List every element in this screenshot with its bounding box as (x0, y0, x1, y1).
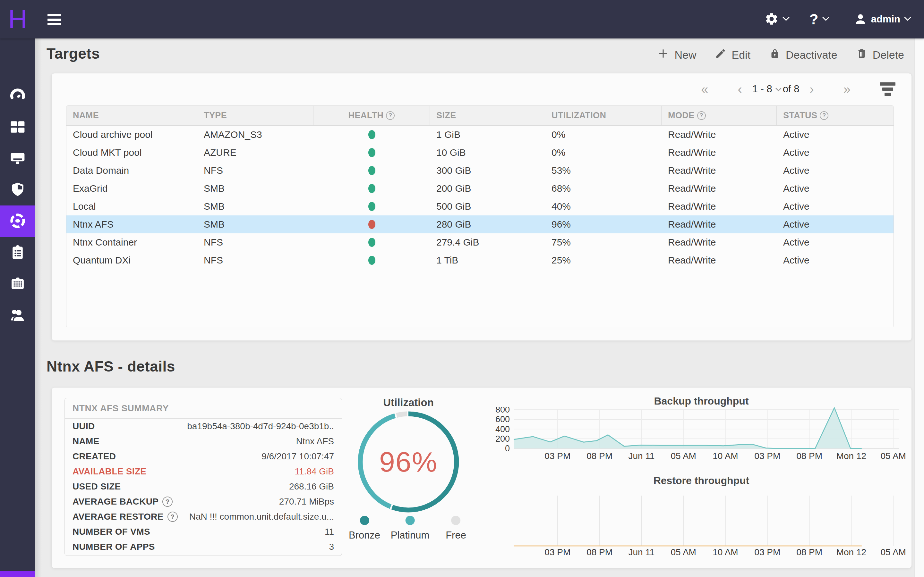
table-cell: AZURE (197, 143, 313, 161)
legend-item-bronze[interactable]: Bronze (349, 516, 380, 541)
help-menu-button[interactable]: ? (809, 0, 829, 39)
column-header-name[interactable]: NAME (66, 106, 197, 125)
table-cell: Active (777, 161, 893, 179)
chevron-down-icon (904, 17, 911, 22)
legend-dot (360, 516, 369, 525)
table-cell: SMB (197, 197, 313, 215)
column-header-health[interactable]: HEALTH? (313, 106, 430, 125)
column-header-utilization[interactable]: UTILIZATION (545, 106, 662, 125)
summary-value: 11 (325, 527, 334, 537)
legend-item-platinum[interactable]: Platinum (391, 516, 430, 541)
table-cell: Active (777, 179, 893, 197)
summary-row: AVERAGE BACKUP?270.71 MiBps (65, 494, 342, 509)
table-cell: 1 TiB (430, 251, 545, 269)
next-page-button[interactable]: › (808, 83, 816, 95)
health-cell (313, 126, 430, 143)
sidebar-item-targets[interactable] (0, 205, 35, 237)
help-icon[interactable]: ? (697, 111, 706, 120)
svg-text:05 AM: 05 AM (671, 547, 696, 557)
svg-text:Mon 12: Mon 12 (837, 451, 866, 461)
summary-row: AVERAGE RESTORE?NaN !!! common.unit.defa… (65, 509, 342, 524)
trash-icon (856, 48, 867, 62)
sidebar (0, 39, 35, 577)
table-cell: 96% (545, 215, 662, 234)
table-cell: AMAZON_S3 (197, 126, 313, 143)
svg-text:10 AM: 10 AM (712, 451, 738, 461)
legend-dot (451, 516, 461, 525)
health-cell (313, 179, 430, 197)
legend-item-free[interactable]: Free (446, 516, 466, 541)
user-name: admin (871, 13, 900, 25)
table-row[interactable]: Data DomainNFS300 GiB53%Read/WriteActive (66, 161, 893, 179)
summary-value: 9/6/2017 10:07:47 (262, 451, 334, 462)
table-cell: Read/Write (662, 234, 777, 251)
table-row[interactable]: Cloud archive poolAMAZON_S31 GiB0%Read/W… (66, 126, 893, 143)
health-dot (368, 130, 375, 139)
table-cell: 75% (545, 234, 662, 251)
sidebar-item-dashboard[interactable] (0, 80, 35, 111)
help-icon[interactable]: ? (168, 512, 178, 522)
svg-text:400: 400 (495, 424, 510, 434)
table-row[interactable]: LocalSMB500 GiB40%Read/WriteActive (66, 197, 893, 215)
filter-button[interactable] (878, 81, 897, 98)
summary-label: CREATED (73, 451, 116, 462)
pencil-icon (715, 48, 726, 62)
column-header-status[interactable]: STATUS? (777, 106, 893, 125)
table-cell: Active (777, 126, 893, 143)
table-row[interactable]: ExaGridSMB200 GiB68%Read/WriteActive (66, 179, 893, 197)
hamburger-menu-button[interactable] (47, 14, 61, 25)
table-row[interactable]: Ntnx ContainerNFS279.4 GiB75%Read/WriteA… (66, 234, 893, 251)
health-dot (368, 148, 375, 157)
targets-card: « ‹ 1 - 8 of 8 › » NAME TYPE HEALTH? SIZ… (51, 73, 912, 341)
last-page-button[interactable]: » (842, 83, 853, 95)
help-icon[interactable]: ? (820, 111, 829, 120)
delete-button[interactable]: Delete (856, 47, 904, 62)
deactivate-button[interactable]: Deactivate (769, 47, 837, 62)
health-dot (368, 256, 375, 265)
summary-row: NUMBER OF VMS11 (65, 524, 342, 539)
svg-text:03 PM: 03 PM (544, 547, 570, 557)
svg-text:03 PM: 03 PM (754, 451, 780, 461)
filter-icon (880, 82, 895, 85)
summary-row: UUIDba19b54a-380b-4d7d-924b-0e3b1b.. (65, 419, 342, 434)
svg-text:08 PM: 08 PM (796, 451, 822, 461)
utilization-value: 96% (357, 411, 460, 513)
svg-text:10 AM: 10 AM (712, 547, 738, 557)
table-cell: Ntnx AFS (66, 215, 197, 234)
edit-button[interactable]: Edit (715, 47, 750, 62)
appliance-icon (9, 275, 26, 293)
user-menu-button[interactable]: admin (854, 0, 911, 39)
legend-label: Platinum (391, 530, 430, 541)
table-cell: Local (66, 197, 197, 215)
column-header-size[interactable]: SIZE (430, 106, 545, 125)
table-row[interactable]: Cloud MKT poolAZURE10 GiB0%Read/WriteAct… (66, 143, 893, 161)
prev-page-button[interactable]: ‹ (736, 83, 744, 95)
table-cell: SMB (197, 215, 313, 234)
column-header-mode[interactable]: MODE? (662, 106, 777, 125)
new-button[interactable]: New (657, 47, 696, 62)
sidebar-item-appliances[interactable] (0, 268, 35, 300)
scrollbar-track[interactable] (914, 39, 924, 577)
column-header-type[interactable]: TYPE (197, 106, 313, 125)
settings-menu-button[interactable] (764, 0, 790, 39)
shield-icon (9, 181, 26, 199)
table-header: NAME TYPE HEALTH? SIZE UTILIZATION MODE?… (66, 106, 893, 126)
first-page-button[interactable]: « (699, 83, 710, 95)
help-icon[interactable]: ? (162, 496, 173, 507)
sidebar-item-policies[interactable] (0, 174, 35, 205)
table-row[interactable]: Quantum DXiNFS1 TiB25%Read/WriteActive (66, 251, 893, 269)
help-icon[interactable]: ? (386, 111, 395, 120)
help-icon: ? (809, 11, 819, 28)
sidebar-item-users[interactable] (0, 300, 35, 331)
legend-label: Bronze (349, 530, 380, 541)
table-cell: Active (777, 197, 893, 215)
restore-chart-title: Restore throughput (494, 475, 908, 487)
pagination: « ‹ 1 - 8 of 8 › » (699, 81, 897, 98)
summary-value: Ntnx AFS (296, 436, 334, 446)
table-row[interactable]: Ntnx AFSSMB280 GiB96%Read/WriteActive (66, 215, 893, 234)
app-logo[interactable]: H (0, 0, 35, 39)
sidebar-item-jobs[interactable] (0, 237, 35, 268)
sidebar-item-applications[interactable] (0, 111, 35, 143)
page-range[interactable]: 1 - 8 of 8 (752, 83, 800, 95)
sidebar-item-virtual-machines[interactable] (0, 143, 35, 174)
